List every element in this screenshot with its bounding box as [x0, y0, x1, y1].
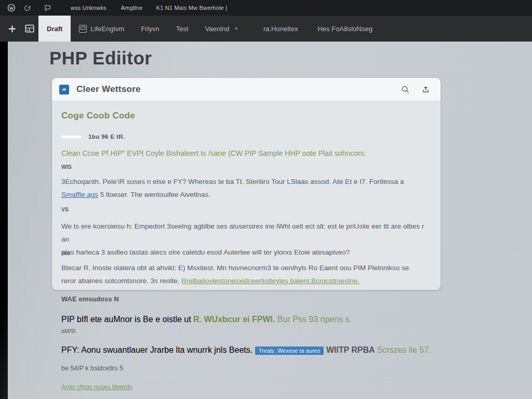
- tab-dropdown[interactable]: Vaenlnd ▾: [197, 16, 246, 42]
- paragraph-1-text: 3Echoqanth. Pele'iR suses n else e FY? W…: [61, 178, 404, 185]
- layout-grid-icon: [24, 23, 35, 34]
- paragraph-1-text-2: 5 ltoeser. The wentouifee Aivetlnas.: [98, 191, 210, 198]
- below-line-2-text: PFY: Aonu swuantlauer Jrarbe lta wnurrk …: [61, 345, 255, 354]
- divider-dash: [61, 136, 81, 138]
- app-logo-icon[interactable]: [59, 85, 69, 95]
- chevron-down-icon: ▾: [235, 26, 237, 31]
- paragraph-3-text-2: reror abaines sotcomtsnore. 3s reolte,: [61, 277, 181, 285]
- below-small-2: be 54IP k bsldcetlrs 5: [61, 365, 123, 372]
- tab-media-label: LifeEngIvm: [90, 25, 124, 33]
- editor-canvas: PHP Ediitor Cleer Wettsore Coge Coob Cod…: [0, 42, 532, 399]
- admin-bar-item-2-label: Amgltne: [121, 5, 143, 11]
- admin-comments-button[interactable]: [44, 5, 51, 11]
- section-label-2: VS: [61, 206, 69, 212]
- paragraph-3-text: Btecar R. Inoste olatera obt at ahvikl: …: [61, 264, 409, 272]
- paragraph-1-link[interactable]: Smaffle ags: [61, 191, 98, 198]
- paragraph-3-link[interactable]: Rrelbaliovlestonesxidceerliotleyles bale…: [181, 277, 360, 285]
- below-line-2-green: Scrszes lie 57.: [377, 345, 431, 354]
- admin-site-name[interactable]: wss Unknwks: [71, 5, 107, 11]
- tab-preview[interactable]: Frlyvn: [132, 16, 167, 42]
- paragraph-2-text-2: plas harleca 3 asdleo tastas alecs olre …: [61, 248, 350, 256]
- updates-icon: [24, 5, 31, 11]
- card-header: Cleer Wettsore: [52, 78, 441, 101]
- admin-bar-item-3[interactable]: K1 N1 Mais Mw Bwerhole |: [156, 5, 228, 11]
- tab-sessions[interactable]: Hes FoA8sIoNseg: [309, 16, 381, 42]
- admin-bar-item-3-label: K1 N1 Mais Mw Bwerhole |: [156, 5, 228, 11]
- code-summary-line: Clean Ccoe Pf HIP" EVPt Coyle Bishaleert…: [61, 149, 431, 157]
- tab-sessions-label: Hes FoA8sIoNseg: [317, 25, 373, 33]
- below-line-1-text: PIP bIfl ete auMnor is Be e oistle ut: [61, 315, 193, 324]
- meta-row: 1bu 96 E tR.: [61, 134, 125, 140]
- code-section-heading: Coge Coob Code: [61, 111, 135, 121]
- tab-preview-label: Frlyvn: [141, 25, 159, 33]
- tab-test[interactable]: Test: [168, 16, 197, 42]
- tab-honeltex-label: ra.Honeltex: [263, 25, 298, 33]
- tab-honeltex[interactable]: ra.Honeltex: [255, 16, 306, 42]
- below-line-2-bold: WIITP RPBA: [324, 345, 377, 354]
- admin-site-name-label: wss Unknwks: [71, 5, 107, 11]
- image-frame-icon: [79, 25, 87, 33]
- paragraph-1: 3Echoqanth. Pele'iR suses n else e FY? W…: [61, 175, 432, 201]
- tab-test-label: Test: [176, 25, 189, 33]
- card-title: Cleer Wettsore: [76, 84, 141, 95]
- below-line-1-green-bold: R. WUxbcur ei FPWl.: [193, 315, 275, 324]
- tab-draft[interactable]: Draft: [38, 16, 71, 42]
- below-line-1: PIP bIfl ete auMnor is Be e oistle ut R.…: [61, 315, 446, 324]
- below-footer-link[interactable]: Arrer chros nuses blxerds: [61, 383, 132, 391]
- admin-updates-button[interactable]: [24, 5, 31, 11]
- search-icon[interactable]: [401, 85, 410, 94]
- tab-dropdown-label: Vaenlnd: [205, 25, 230, 33]
- paragraph-2-text: We ts ere koersieisu h: Empedort 3seelng…: [61, 222, 424, 243]
- content-card: Cleer Wettsore Coge Coob Code 1bu 96 E t…: [52, 78, 441, 290]
- admin-bar-item-2[interactable]: Amgltne: [121, 5, 143, 11]
- inserter-button[interactable]: [3, 16, 21, 42]
- page-title: PHP Ediitor: [49, 48, 152, 69]
- section-label-1: WIS: [61, 164, 72, 170]
- share-icon[interactable]: [421, 85, 430, 94]
- card-body: Coge Coob Code 1bu 96 E tR. Clean Ccoe P…: [52, 101, 441, 290]
- plus-icon: [8, 24, 17, 33]
- below-line-1-green: Bur Pss 93 npens s.: [275, 315, 352, 324]
- meta-label: 1bu 96 E tR.: [88, 134, 125, 140]
- below-line-2: PFY: Aonu swuantlauer Jrarbe lta wnurrk …: [61, 345, 456, 355]
- view-options-button[interactable]: [21, 16, 38, 42]
- paragraph-2: We ts ere koersieisu h: Empedort 3seelng…: [61, 220, 432, 259]
- admin-bar: wss Unknwks Amgltne K1 N1 Mais Mw Bwerho…: [0, 0, 532, 16]
- editor-toolbar: Draft LifeEngIvm Frlyvn Test Vaenlnd ▾ r…: [0, 16, 532, 42]
- tab-media[interactable]: LifeEngIvm: [71, 16, 132, 42]
- comments-icon: [44, 5, 51, 11]
- highlighted-text-badge[interactable]: Treals .Wexese ta aures: [255, 347, 324, 355]
- below-heading: WAE emsudoss N: [61, 295, 119, 303]
- section-label-3: nto: [61, 250, 70, 256]
- below-footer-link-label[interactable]: Arrer chros nuses blxerds: [61, 383, 132, 391]
- card-header-actions: [401, 85, 433, 94]
- below-small-1: aM/9l.: [61, 328, 77, 334]
- tab-draft-label: Draft: [47, 25, 62, 33]
- wordpress-logo-icon[interactable]: [7, 4, 16, 12]
- left-black-strip: [0, 42, 8, 399]
- paragraph-3: Btecar R. Inoste olatera obt at ahvikl: …: [61, 261, 432, 287]
